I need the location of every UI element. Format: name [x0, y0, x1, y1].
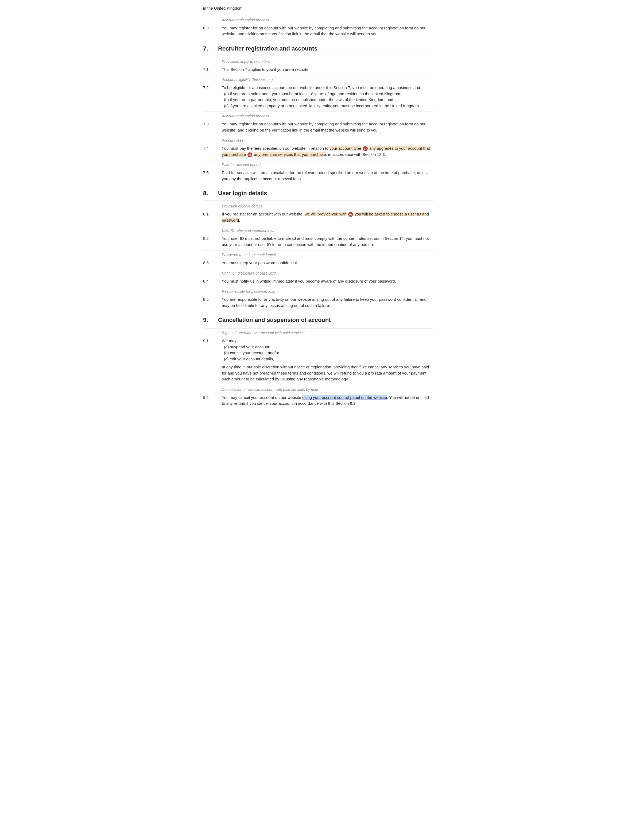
item-82-number: 8.2 — [203, 234, 222, 249]
subheading-user-id: User ID rules and impersonation — [203, 226, 433, 234]
item-73-number: 7.3 — [203, 120, 222, 135]
item-92-text-before: You may cancel your account on our websi… — [222, 395, 302, 399]
item-72-c: (c) if you are a limited company or othe… — [224, 103, 433, 109]
subheading-registration-73: Account registration process — [203, 112, 433, 120]
item-84: 8.4 You must notify us in writing immedi… — [203, 277, 433, 286]
subheading-cancellation: Cancellation of website account with pai… — [203, 385, 433, 393]
subheading-responsibility: Responsibility for password loss — [203, 287, 433, 295]
or-badge-81: or — [348, 212, 353, 217]
item-63: 6.3 You may register for an account with… — [203, 24, 433, 39]
item-71-number: 7.1 — [203, 65, 222, 74]
item-84-number: 8.4 — [203, 277, 222, 286]
item-92-content: You may cancel your account on our websi… — [222, 393, 433, 408]
item-74-number: 7.4 — [203, 144, 222, 159]
section7-header: 7. Recruiter registration and accounts — [203, 39, 433, 56]
section9-number: 9. — [203, 316, 214, 324]
item-72-number: 7.2 — [203, 83, 222, 111]
item-83-text: You must keep your password confidential… — [222, 258, 433, 268]
item-85-text: You are responsible for any activity on … — [222, 295, 433, 310]
subheading-password-confidential: Password to be kept confidential — [203, 250, 433, 258]
item-92-highlight1: using your account control panel on the … — [302, 395, 387, 399]
subheading-rights: Rights of operator over account with pai… — [203, 328, 433, 336]
item-91-continuation: at any time in our sole discretion witho… — [222, 364, 433, 382]
item-73-text: You may register for an account with our… — [222, 120, 433, 135]
item-81-text-before: If you register for an account with our … — [222, 212, 305, 216]
item-81-text-after: . — [239, 218, 240, 223]
item-82: 8.2 Your user ID must not be liable to m… — [203, 234, 433, 249]
subheading-63: Account registration process — [203, 16, 433, 24]
section8-number: 8. — [203, 189, 214, 197]
item-74-text-before: You must pay the fees specified on our w… — [222, 146, 329, 150]
item-75: 7.5 Paid-for services will remain availa… — [203, 168, 433, 183]
item-85-number: 8.5 — [203, 295, 222, 310]
item-91-b: (b) cancel your account; and/or — [224, 350, 433, 356]
item-91-number: 9.1 — [203, 336, 222, 384]
item-83-number: 8.3 — [203, 258, 222, 268]
top-note: in the United Kingdom. — [203, 5, 433, 14]
item-92: 9.2 You may cancel your account on our w… — [203, 393, 433, 408]
item-74-text-after: , in accordance with Section 12.3. — [326, 152, 386, 157]
item-74-highlight1: your account type — [329, 146, 361, 150]
item-84-text: You must notify us in writing immediatel… — [222, 277, 433, 286]
section7-number: 7. — [203, 44, 214, 53]
item-91-c: (c) edit your account details, — [224, 356, 433, 362]
item-72-intro: To be eligible for a business account on… — [222, 85, 433, 91]
item-71: 7.1 This Section 7 applies to you if you… — [203, 65, 433, 74]
item-72-b: (b) if you are a partnership, you must b… — [224, 97, 433, 103]
item-72: 7.2 To be eligible for a business accoun… — [203, 83, 433, 111]
item-81-highlight1: we will provide you with — [305, 212, 346, 216]
section9-header: 9. Cancellation and suspension of accoun… — [203, 311, 433, 327]
item-74-content: You must pay the fees specified on our w… — [222, 144, 433, 159]
item-91-content: We may: (a) suspend your account; (b) ca… — [222, 336, 433, 384]
item-92-number: 9.2 — [203, 393, 222, 408]
item-72-content: To be eligible for a business account on… — [222, 83, 433, 111]
subheading-fees: Account fees — [203, 136, 433, 144]
subheading-eligibility: Account eligibility (businesses) — [203, 75, 433, 83]
item-91-a: (a) suspend your account; — [224, 344, 433, 350]
item-91-intro: We may: — [222, 338, 433, 344]
item-91: 9.1 We may: (a) suspend your account; (b… — [203, 336, 433, 384]
item-75-number: 7.5 — [203, 168, 222, 183]
item-74-highlight3: any premium services that you purchase — [254, 152, 326, 157]
subheading-provisions: Provisions apply to recruiters — [203, 57, 433, 65]
or-badge-2: or — [247, 152, 252, 157]
subheading-notify: Notify on disclosure of password — [203, 269, 433, 277]
item-71-text: This Section 7 applies to you if you are… — [222, 65, 433, 74]
item-63-number: 6.3 — [203, 24, 222, 39]
or-badge-1: or — [363, 146, 368, 151]
item-74: 7.4 You must pay the fees specified on o… — [203, 144, 433, 159]
section8-header: 8. User login details — [203, 184, 433, 201]
item-85: 8.5 You are responsible for any activity… — [203, 295, 433, 310]
item-72-a: (a) if you are a sole trader, you must b… — [224, 91, 433, 97]
item-75-text: Paid-for services will remain available … — [222, 168, 433, 183]
item-81: 8.1 If you register for an account with … — [203, 210, 433, 225]
item-73: 7.3 You may register for an account with… — [203, 120, 433, 135]
item-83: 8.3 You must keep your password confiden… — [203, 258, 433, 268]
subheading-paid: Paid-for account period — [203, 160, 433, 168]
section8-title: User login details — [218, 189, 267, 197]
section9-title: Cancellation and suspension of account — [218, 316, 331, 324]
item-63-text: You may register for an account with our… — [222, 24, 433, 39]
item-82-text: Your user ID must not be liable to misle… — [222, 234, 433, 249]
subheading-provision-login: Provision of login details — [203, 202, 433, 210]
item-81-content: If you register for an account with our … — [222, 210, 433, 225]
top-text: in the United Kingdom. — [203, 6, 244, 10]
section7-title: Recruiter registration and accounts — [218, 44, 318, 53]
item-81-number: 8.1 — [203, 210, 222, 225]
